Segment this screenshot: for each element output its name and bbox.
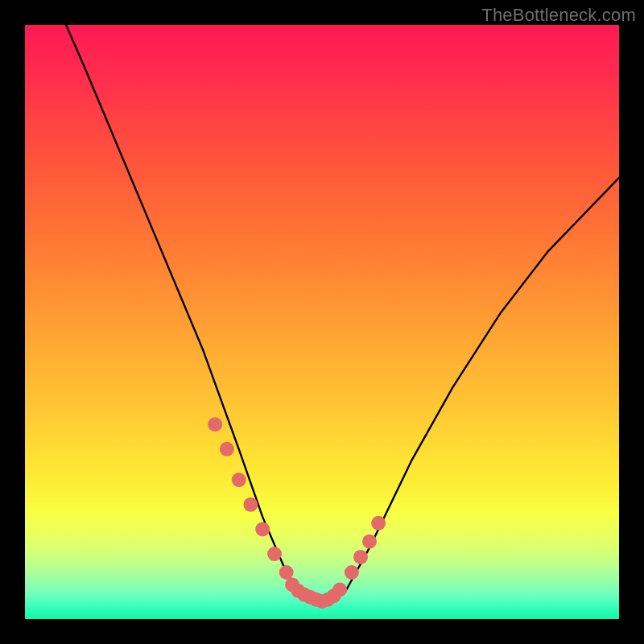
highlight-dot [267, 547, 282, 561]
highlight-dot [332, 583, 347, 597]
highlight-dot [232, 473, 246, 487]
highlight-dot [220, 442, 234, 456]
highlight-dot [279, 565, 294, 580]
highlight-dot [208, 417, 222, 431]
chart-svg [25, 25, 619, 619]
bottleneck-curve [25, 25, 619, 605]
highlight-dot [362, 535, 377, 549]
highlight-dot [243, 497, 258, 512]
highlight-dot [255, 522, 270, 536]
highlight-dots [208, 417, 386, 609]
watermark-text: TheBottleneck.com [481, 5, 636, 26]
highlight-dot [371, 516, 386, 530]
highlight-dot [353, 550, 368, 564]
highlight-dot [345, 565, 359, 580]
